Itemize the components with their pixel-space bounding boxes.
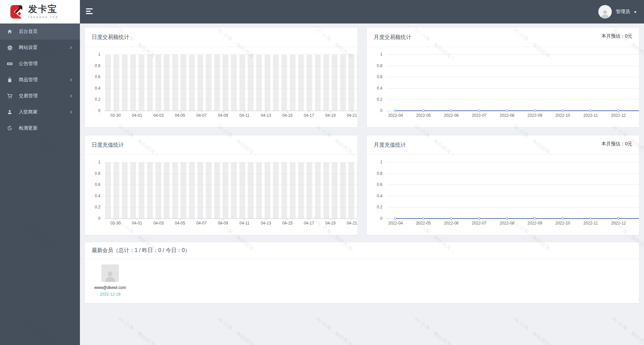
chart-band [239, 54, 245, 111]
panel-monthly-trade: 月度交易额统计 本月预估：0元 00.20.40.60.812022-04202… [367, 28, 639, 127]
axis-tick [137, 111, 137, 112]
chart-band [349, 162, 354, 218]
monthly-trade-chart: 00.20.40.60.812022-042022-052022-062022-… [367, 47, 639, 127]
chart-band [164, 54, 170, 111]
axis-tick [158, 218, 159, 220]
chart-band [105, 162, 111, 218]
monthly-recharge-chart: 00.20.40.60.812022-042022-052022-062022-… [367, 155, 639, 235]
data-point-marker [617, 109, 619, 112]
grid-line [386, 196, 639, 196]
sidebar-toggle-button[interactable] [86, 8, 93, 15]
y-tick-label: 0 [85, 108, 100, 113]
chart-band [105, 54, 111, 111]
brand-logo[interactable]: 发卡宝 fakabao.top [0, 0, 80, 23]
axis-tick [330, 218, 331, 220]
x-tick-label: 04-03 [153, 221, 164, 226]
x-tick-label: 2022-11 [583, 113, 598, 118]
y-tick-label: 0.6 [367, 182, 382, 187]
sidebar-item-0[interactable]: 后台首页 [0, 23, 80, 40]
chart-band [147, 54, 153, 111]
axis-tick [352, 218, 352, 220]
chart-band [155, 54, 161, 111]
x-tick-label: 04-13 [261, 113, 271, 118]
chart-band [273, 162, 279, 218]
panel-header: 最新会员（总计：1 / 昨日：0 / 今日：0） [85, 242, 639, 259]
axis-tick [116, 218, 116, 220]
data-point-marker [394, 217, 397, 219]
x-tick-label: 04-01 [132, 221, 142, 226]
panel-title: 月度充值统计 [374, 142, 406, 149]
axis-tick [244, 111, 245, 112]
sidebar-item-3[interactable]: 商品管理 [0, 72, 80, 88]
person-silhouette-icon [600, 8, 610, 18]
sidebar-item-6[interactable]: 检测更新 [0, 120, 80, 136]
grid-line [386, 88, 639, 89]
sidebar-item-1[interactable]: 网站设置 [0, 40, 80, 56]
sidebar-item-2[interactable]: NEW公告管理 [0, 56, 80, 72]
member-list: www@dkewl.com 2022-12-19 [85, 259, 639, 303]
sidebar-item-label: 检测更新 [19, 125, 73, 131]
chart-band [281, 162, 287, 218]
sidebar-item-label: 入驻商家 [19, 109, 69, 115]
grid-line [104, 66, 357, 66]
x-tick-label: 2022-09 [527, 221, 542, 226]
month-estimate-label: 本月预估：0元 [601, 141, 632, 147]
data-point-marker [450, 217, 452, 219]
top-bar: 管理员 [80, 0, 644, 23]
y-tick-label: 0.2 [85, 205, 100, 209]
chevron-right-icon [69, 78, 73, 82]
chart-band [197, 162, 203, 218]
x-tick-label: 04-19 [325, 221, 336, 226]
panel-title: 日度交易额统计 [92, 34, 129, 41]
person-icon [7, 109, 13, 115]
chart-band [307, 162, 312, 218]
axis-tick [330, 111, 331, 112]
chart-band [113, 54, 119, 111]
x-tick-label: 04-15 [282, 113, 293, 118]
grid-line [104, 174, 357, 174]
main-content: 日度交易额统计 00.20.40.60.8103-3004-0104-0304-… [80, 23, 644, 345]
grid-line [104, 54, 357, 55]
axis-tick [309, 111, 309, 112]
x-tick-label: 04-01 [132, 113, 142, 118]
x-tick-label: 04-19 [325, 113, 336, 118]
data-point-marker [561, 109, 564, 112]
grid-line [104, 196, 357, 196]
grid-line [386, 162, 639, 162]
y-tick-label: 0.2 [85, 97, 100, 102]
person-silhouette-icon [104, 270, 116, 282]
user-menu[interactable]: 管理员 [598, 0, 637, 23]
chart-band [231, 54, 237, 111]
user-avatar[interactable] [598, 5, 612, 18]
x-tick-label: 04-13 [261, 221, 271, 226]
x-tick-label: 2022-05 [416, 113, 431, 118]
y-tick-label: 0.6 [85, 75, 100, 79]
data-point-marker [478, 109, 480, 112]
panel-header: 日度交易额统计 [85, 28, 357, 47]
member-email: www@dkewl.com [94, 285, 126, 290]
grid-line [104, 77, 357, 77]
panel-title: 月度交易额统计 [374, 34, 411, 41]
grid-line [104, 99, 357, 100]
chevron-right-icon [69, 46, 73, 49]
chart-band [206, 54, 212, 111]
x-axis-line [104, 218, 357, 219]
y-tick-label: 1 [85, 52, 100, 57]
sidebar: 发卡宝 fakabao.top 后台首页网站设置NEW公告管理商品管理交易管理入… [0, 0, 80, 345]
svg-text:NEW: NEW [8, 63, 12, 65]
data-point-marker [589, 109, 592, 112]
data-point-marker [561, 217, 564, 219]
x-tick-label: 04-21 [347, 221, 357, 226]
sidebar-item-5[interactable]: 入驻商家 [0, 104, 80, 120]
chart-band [273, 54, 279, 111]
y-tick-label: 0 [367, 216, 382, 221]
axis-tick [201, 218, 202, 220]
x-axis-line [104, 111, 357, 111]
data-point-marker [534, 109, 536, 112]
x-tick-label: 04-15 [282, 221, 293, 226]
sidebar-item-4[interactable]: 交易管理 [0, 88, 80, 104]
chart-band [223, 54, 228, 111]
member-register-date: 2022-12-19 [100, 292, 120, 297]
member-card[interactable]: www@dkewl.com 2022-12-19 [92, 264, 128, 303]
chart-band [256, 162, 262, 218]
